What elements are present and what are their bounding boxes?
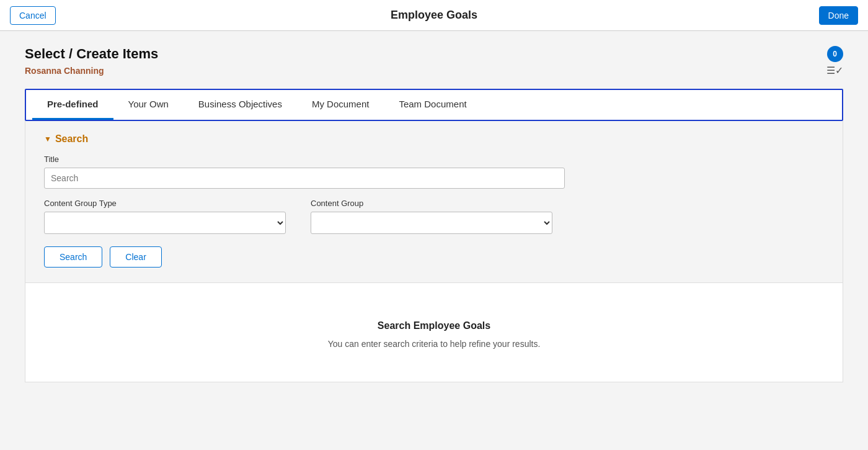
search-panel: ▼ Search Title Content Group Type Conten… <box>25 121 843 283</box>
results-description: You can enter search criteria to help re… <box>38 339 830 349</box>
done-button[interactable]: Done <box>819 6 858 25</box>
content-group-group: Content Group <box>311 199 552 234</box>
title-field-row: Title <box>44 155 824 189</box>
tabs-container: Pre-defined Your Own Business Objectives… <box>25 89 843 121</box>
title-label: Title <box>44 155 824 164</box>
chevron-down-icon: ▼ <box>44 135 51 143</box>
tabs-row: Pre-defined Your Own Business Objectives… <box>26 90 842 120</box>
search-section-header: ▼ Search <box>44 133 824 145</box>
page-subtitle: Rosanna Channing <box>25 66 158 76</box>
tab-business-objectives[interactable]: Business Objectives <box>184 90 297 120</box>
content-group-type-select[interactable] <box>44 212 286 234</box>
search-button[interactable]: Search <box>44 246 102 268</box>
tab-team-document[interactable]: Team Document <box>384 90 481 120</box>
main-content: Select / Create Items Rosanna Channing 0… <box>0 31 868 450</box>
page-title: Select / Create Items <box>25 46 158 62</box>
results-panel: Search Employee Goals You can enter sear… <box>25 283 843 382</box>
items-badge: 0 <box>827 46 843 62</box>
search-section-label: Search <box>55 133 88 145</box>
tab-your-own[interactable]: Your Own <box>113 90 184 120</box>
cancel-button[interactable]: Cancel <box>10 6 56 25</box>
content-group-label: Content Group <box>311 199 552 208</box>
page-header: Cancel Employee Goals Done <box>0 0 868 31</box>
tab-my-document[interactable]: My Document <box>297 90 384 120</box>
checklist-icon: ☰✓ <box>826 65 843 76</box>
selects-row: Content Group Type Content Group <box>44 199 824 234</box>
results-title: Search Employee Goals <box>38 320 830 331</box>
content-group-type-group: Content Group Type <box>44 199 286 234</box>
tab-pre-defined[interactable]: Pre-defined <box>32 90 113 120</box>
header-title: Employee Goals <box>391 9 477 22</box>
clear-button[interactable]: Clear <box>110 246 161 268</box>
title-input[interactable] <box>44 168 565 189</box>
title-section: Select / Create Items Rosanna Channing <box>25 46 158 76</box>
search-buttons-row: Search Clear <box>44 246 824 268</box>
content-group-select[interactable] <box>311 212 552 234</box>
content-group-type-label: Content Group Type <box>44 199 286 208</box>
top-section: Select / Create Items Rosanna Channing 0… <box>25 46 843 76</box>
badge-container: 0 ☰✓ <box>826 46 843 76</box>
